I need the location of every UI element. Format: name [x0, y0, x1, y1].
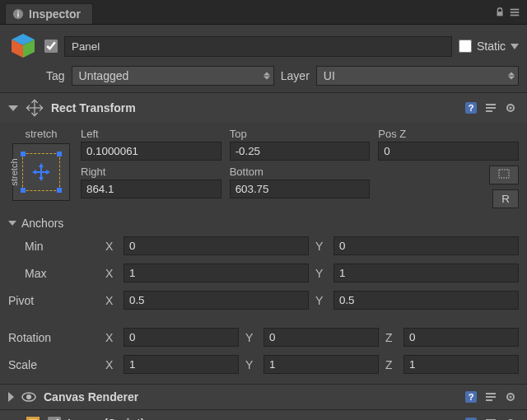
scale-y-input[interactable] — [264, 355, 379, 374]
svg-rect-17 — [486, 110, 492, 112]
right-label: Right — [81, 166, 222, 178]
layer-value: UI — [324, 69, 335, 82]
svg-marker-23 — [39, 177, 44, 181]
rotation-y-input[interactable] — [264, 328, 379, 347]
image-header[interactable]: Image (Script) ? — [0, 409, 527, 420]
info-icon — [12, 8, 24, 20]
anchors-max-row: Max X Y — [8, 262, 519, 284]
svg-rect-4 — [511, 9, 520, 11]
anchor-preset-button[interactable]: stretch stretch — [8, 128, 74, 208]
posz-input[interactable] — [378, 142, 519, 161]
gear-icon[interactable] — [502, 100, 519, 115]
svg-rect-16 — [486, 107, 496, 109]
inspector-tab[interactable]: Inspector — [5, 3, 93, 24]
image-title: Image (Script) — [68, 417, 144, 420]
svg-rect-6 — [511, 15, 520, 16]
dropdown-handle-icon — [508, 72, 515, 80]
help-icon[interactable]: ? — [463, 100, 479, 115]
static-toggle[interactable]: Static — [459, 40, 519, 53]
blueprint-mode-button[interactable] — [489, 166, 519, 184]
anchors-max-x-input[interactable] — [124, 264, 309, 282]
pivot-y-input[interactable] — [333, 291, 519, 310]
dropdown-handle-icon — [264, 72, 270, 80]
svg-point-35 — [510, 396, 512, 399]
anchors-min-x-input[interactable] — [124, 236, 309, 255]
static-checkbox[interactable] — [459, 40, 472, 53]
scale-row: Scale X Y Z — [8, 353, 519, 376]
anchors-label: Anchors — [21, 217, 63, 230]
pivot-label: Pivot — [8, 294, 99, 307]
svg-marker-25 — [46, 170, 50, 175]
layer-dropdown[interactable]: UI — [316, 66, 519, 86]
top-label: Top — [230, 128, 371, 140]
svg-text:?: ? — [469, 103, 474, 113]
svg-marker-22 — [39, 163, 44, 167]
anchors-foldout[interactable]: Anchors — [8, 213, 519, 230]
scale-x-input[interactable] — [124, 355, 239, 374]
preset-icon[interactable] — [483, 416, 499, 420]
component-buttons: ? — [463, 390, 519, 404]
scale-label: Scale — [8, 358, 99, 371]
stretch-h-label: stretch — [25, 128, 57, 140]
pivot-row: Pivot X Y — [8, 289, 519, 311]
svg-rect-33 — [486, 399, 492, 401]
tag-label: Tag — [46, 69, 65, 82]
svg-marker-10 — [511, 44, 519, 49]
help-icon[interactable]: ? — [463, 390, 479, 404]
panel-context-buttons — [487, 3, 527, 24]
left-input[interactable] — [81, 142, 222, 161]
anchors-min-label: Min — [8, 240, 99, 253]
svg-rect-5 — [511, 12, 520, 13]
image-icon — [25, 415, 41, 420]
image-enabled-checkbox[interactable] — [48, 417, 61, 420]
name-input[interactable] — [64, 36, 452, 57]
tag-dropdown[interactable]: Untagged — [72, 66, 274, 86]
svg-rect-31 — [486, 393, 496, 394]
help-icon[interactable]: ? — [463, 416, 479, 420]
svg-text:?: ? — [469, 392, 474, 402]
posz-label: Pos Z — [378, 128, 519, 140]
top-input[interactable] — [230, 142, 371, 161]
foldout-icon — [8, 105, 18, 111]
tab-bar: Inspector — [0, 0, 527, 25]
right-input[interactable] — [81, 180, 222, 198]
rotation-z-input[interactable] — [403, 328, 519, 347]
canvas-renderer-title: Canvas Renderer — [44, 390, 138, 404]
scale-z-input[interactable] — [403, 355, 519, 374]
anchors-max-y-input[interactable] — [333, 264, 519, 282]
rect-transform-title: Rect Transform — [51, 101, 136, 114]
foldout-icon — [8, 221, 16, 226]
stretch-v-label: stretch — [9, 158, 19, 185]
raw-edit-button[interactable]: R — [492, 189, 519, 208]
svg-rect-2 — [17, 12, 19, 13]
anchor-arrows-icon — [32, 163, 50, 181]
gear-icon[interactable] — [502, 416, 519, 420]
gear-icon[interactable] — [502, 390, 519, 404]
bottom-label: Bottom — [230, 166, 371, 178]
bottom-input[interactable] — [230, 180, 371, 198]
anchors-min-y-input[interactable] — [333, 236, 519, 255]
rotation-label: Rotation — [8, 331, 99, 344]
rotation-row: Rotation X Y Z — [8, 326, 519, 348]
rect-transform-header[interactable]: Rect Transform ? — [0, 92, 527, 123]
context-menu-icon[interactable] — [509, 7, 520, 21]
static-label: Static — [477, 40, 506, 53]
anchors-min-row: Min X Y — [8, 235, 519, 257]
rect-transform-icon — [25, 98, 44, 118]
svg-point-19 — [510, 107, 512, 110]
static-dropdown-icon[interactable] — [511, 42, 519, 50]
pivot-x-input[interactable] — [124, 291, 309, 310]
active-checkbox[interactable] — [44, 40, 58, 53]
rotation-x-input[interactable] — [124, 328, 239, 347]
rect-transform-body: stretch stretch Left Top Pos — [0, 123, 527, 384]
tag-value: Untagged — [79, 69, 129, 82]
preset-icon[interactable] — [483, 390, 499, 404]
lock-icon[interactable] — [494, 7, 506, 21]
anchors-max-label: Max — [8, 267, 99, 280]
canvas-renderer-icon — [21, 390, 37, 404]
svg-rect-3 — [497, 12, 503, 16]
svg-point-28 — [26, 394, 31, 399]
preset-icon[interactable] — [483, 100, 499, 115]
canvas-renderer-header[interactable]: Canvas Renderer ? — [0, 384, 527, 409]
layer-label: Layer — [281, 69, 310, 82]
